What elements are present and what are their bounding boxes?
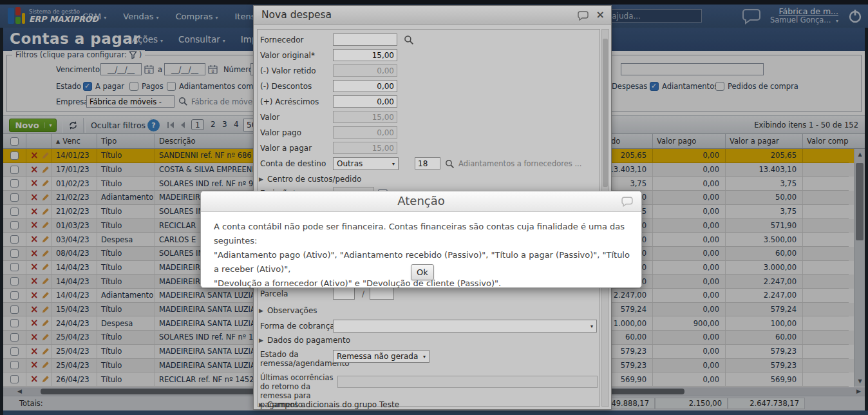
chat-bubble-icon[interactable] xyxy=(621,196,634,208)
alert-line-1: A conta contábil não pode ser financeira… xyxy=(214,220,632,248)
atencao-dialog: Atenção A conta contábil não pode ser fi… xyxy=(200,191,642,288)
ok-button[interactable]: Ok xyxy=(411,264,434,280)
alert-titlebar: Atenção xyxy=(201,191,641,212)
app-window: Sistema de gestão ERP MAXIPROD CRM▾ Vend… xyxy=(0,0,868,415)
alert-title: Atenção xyxy=(201,194,641,208)
